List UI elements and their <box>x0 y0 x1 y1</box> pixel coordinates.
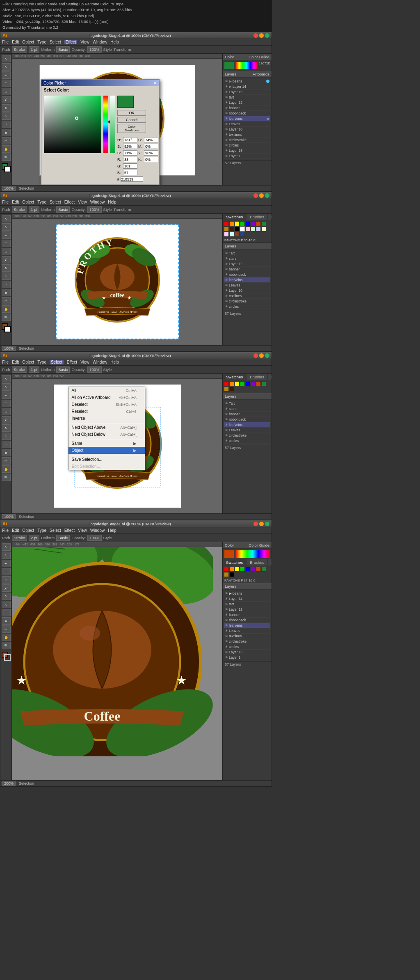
swatch-2[interactable] <box>251 227 256 231</box>
layer-item[interactable]: 👁 Layer 13 <box>224 650 270 655</box>
rect-tool[interactable]: □ <box>2 88 11 95</box>
swatch-8[interactable] <box>240 232 245 237</box>
rect-tool-4[interactable]: □ <box>2 576 11 584</box>
max-btn-1[interactable] <box>265 33 269 38</box>
swatch-purple[interactable] <box>251 221 256 226</box>
menu-select-2[interactable]: Select <box>50 200 61 204</box>
max-btn-2[interactable] <box>265 193 269 198</box>
min-btn-2[interactable] <box>259 193 264 198</box>
layer-item[interactable]: 👁 Layer 1 <box>224 655 270 660</box>
cp-hue-strip[interactable] <box>103 96 108 153</box>
opacity-input-3[interactable]: 100% <box>87 366 101 373</box>
brush-tool-2[interactable]: 🖌 <box>2 256 11 263</box>
close-btn-1[interactable] <box>253 33 258 38</box>
main-swatch-1[interactable] <box>224 62 234 70</box>
layer-item[interactable]: 👁 stars <box>224 406 270 412</box>
menu-effect-3[interactable]: Effect <box>67 360 77 364</box>
swatch-6[interactable] <box>229 232 234 237</box>
basic-btn-2[interactable]: Basic <box>56 206 70 213</box>
brush-tool-4[interactable]: 🖌 <box>2 584 11 592</box>
cp-y-input[interactable] <box>144 150 158 156</box>
swatch-black[interactable] <box>235 227 240 231</box>
swatch-p3[interactable] <box>251 381 256 386</box>
menu-help-2[interactable]: Help <box>108 200 116 204</box>
swatch-green[interactable] <box>240 221 245 226</box>
rotate-tool-3[interactable]: ↻ <box>2 424 11 432</box>
max-btn-4[interactable] <box>265 522 269 526</box>
menu-select-3[interactable]: Select <box>50 360 64 364</box>
swatch-white[interactable] <box>240 227 245 231</box>
max-btn-3[interactable] <box>265 353 269 358</box>
cp-close-icon[interactable]: ✕ <box>153 81 157 85</box>
tab-symbols-3[interactable]: Symbols <box>268 374 272 380</box>
close-btn-3[interactable] <box>253 353 258 358</box>
layer-item[interactable]: 👁 banner <box>224 412 270 417</box>
sw4-y[interactable] <box>235 567 240 572</box>
sw4-p[interactable] <box>251 567 256 572</box>
fill-stroke-box[interactable] <box>2 163 11 172</box>
layer-item[interactable]: 👁 Layer 12 <box>224 607 270 612</box>
layer-item[interactable]: 👁 ▶ beans <box>224 79 270 84</box>
spectrum-bar-1[interactable] <box>235 62 258 70</box>
menu-object-4[interactable]: Object <box>22 528 34 533</box>
ctx-deselect[interactable]: Deselect Shift+Ctrl+A <box>68 401 145 408</box>
zoom-tool[interactable]: 🔍 <box>2 153 11 161</box>
layer-item[interactable]: 👁 Layer 16 <box>224 89 270 95</box>
scale-tool[interactable]: ⤡ <box>2 112 11 120</box>
cp-gradient-area[interactable] <box>44 96 101 153</box>
select-tool-2[interactable]: ↖ <box>2 215 11 222</box>
layer-item[interactable]: 👁 circles <box>224 304 270 309</box>
main-swatch-4[interactable] <box>224 550 234 558</box>
layer-item[interactable]: 👁 Layer 15 <box>224 148 270 153</box>
hand-tool-2[interactable]: ✋ <box>2 305 11 313</box>
menu-object-1[interactable]: Object <box>22 40 34 44</box>
menu-file-3[interactable]: File <box>2 360 9 364</box>
rotate-tool[interactable]: ↻ <box>2 104 11 112</box>
menu-window-3[interactable]: Window <box>93 360 107 364</box>
layer-item[interactable]: 👁 textlines <box>224 634 270 639</box>
layer-item[interactable]: 👁 banner <box>224 267 270 272</box>
scale-tool-3[interactable]: ⤡ <box>2 433 11 440</box>
scale-tool-2[interactable]: ⤡ <box>2 272 11 280</box>
cp-g-input[interactable] <box>123 163 137 169</box>
swatch-db3[interactable] <box>229 387 234 392</box>
sw4-dg[interactable] <box>261 567 266 572</box>
hand-tool-3[interactable]: ✋ <box>2 465 11 473</box>
layer-item[interactable]: 👁 Leaves <box>224 628 270 634</box>
min-btn-1[interactable] <box>259 33 264 38</box>
layer-item[interactable]: 👁 leafveins <box>224 277 270 283</box>
layer-item[interactable]: 👁 ribbonback <box>224 618 270 623</box>
fill-stroke-box-4[interactable] <box>2 652 11 661</box>
blend-tool-4[interactable]: ⋮ <box>2 609 11 616</box>
layer-item[interactable]: 👁 tart <box>224 602 270 607</box>
menu-type-1[interactable]: Type <box>37 40 46 44</box>
layer-item[interactable]: 👁 ribbonback <box>224 417 270 422</box>
scissors-tool-2[interactable]: ✂ <box>2 297 11 305</box>
pen-tool[interactable]: ✒ <box>2 71 11 79</box>
tab-brushes-4[interactable]: Brushes <box>247 559 268 566</box>
layer-item[interactable]: 👁 Layer 1 <box>224 153 270 159</box>
menu-edit-3[interactable]: Edit <box>12 360 19 364</box>
swatch-blue[interactable] <box>245 221 250 226</box>
layer-item[interactable]: 👁 circles <box>224 143 270 148</box>
tab-brushes-3[interactable]: Brushes <box>247 374 268 380</box>
cp-alpha-strip[interactable] <box>110 96 115 153</box>
layer-item[interactable]: 👁 ▶ Layer 14 <box>224 84 270 89</box>
brush-tool-3[interactable]: 🖌 <box>2 416 11 424</box>
layer-item[interactable]: 👁 ribbonback <box>224 111 270 116</box>
rotate-tool-2[interactable]: ↻ <box>2 264 11 272</box>
swatch-brown[interactable] <box>256 221 261 226</box>
layer-item[interactable]: 👁 Leaves <box>224 121 270 127</box>
gradient-tool-4[interactable]: ■ <box>2 617 11 625</box>
blend-tool-3[interactable]: ⋮ <box>2 441 11 448</box>
zoom-tool-2[interactable]: 🔍 <box>2 314 11 321</box>
swatch-7[interactable] <box>235 232 240 237</box>
opacity-input-4[interactable]: 100% <box>87 535 101 541</box>
ctx-all[interactable]: All Ctrl+A <box>68 387 145 394</box>
select-tool-4[interactable]: ↖ <box>2 543 11 551</box>
scissors-tool[interactable]: ✂ <box>2 137 11 144</box>
sw4-r[interactable] <box>224 567 229 572</box>
zoom-tool-3[interactable]: 🔍 <box>2 474 11 481</box>
ctx-next-below[interactable]: Next Object Below Alt+Ctrl+[ <box>68 431 145 438</box>
pt-input-1[interactable]: 1 pt <box>29 46 39 53</box>
